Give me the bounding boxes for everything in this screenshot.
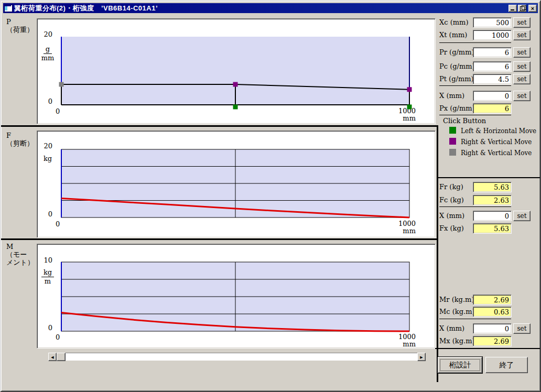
fx-x-set-button[interactable]: set <box>513 211 531 221</box>
pc-set-button[interactable]: set <box>513 61 531 72</box>
restore-button[interactable] <box>518 5 526 12</box>
divider <box>439 85 511 86</box>
tip-top-handle[interactable] <box>407 87 412 92</box>
xc-label: Xc (mm) <box>439 18 468 26</box>
legend-swatch-gray <box>449 149 456 156</box>
scrollbar-right-button[interactable]: ▶ <box>417 353 426 361</box>
m-chart-plot[interactable] <box>61 262 409 331</box>
app-icon <box>4 5 13 12</box>
divider <box>439 206 511 207</box>
f-unit-label: kg <box>41 155 55 162</box>
separator-fm <box>1 238 438 240</box>
legend-swatch-green <box>449 127 456 134</box>
pr-label: Pr (g/mm) <box>439 48 474 56</box>
legend-item-1: Left & Horizontal Move <box>461 127 536 135</box>
mc-output[interactable] <box>473 307 512 317</box>
legend-item-3: Right & Vertical Move <box>461 149 532 157</box>
m-xmin-label: 0 <box>56 333 63 341</box>
p-chart-plot[interactable] <box>61 37 409 105</box>
separator-legend-bottom <box>437 177 541 178</box>
px-x-set-button[interactable]: set <box>513 91 531 101</box>
minimize-icon <box>511 9 514 10</box>
f-ymax-label: 20 <box>41 142 52 150</box>
pt-set-button[interactable]: set <box>513 74 531 84</box>
m-xmax-label: 1000mm <box>391 333 416 348</box>
close-button[interactable]: × <box>528 5 537 12</box>
fx-x-label: X (mm) <box>439 212 464 220</box>
f-chart-plot[interactable] <box>61 149 409 217</box>
p-xmin-label: 0 <box>56 107 63 115</box>
f-ymin-label: 0 <box>43 210 52 218</box>
px-x-label: X (mm) <box>439 92 464 100</box>
root-handle[interactable] <box>59 82 64 87</box>
p-unit-label: gmm <box>40 45 56 62</box>
exit-button[interactable]: 終了 <box>485 357 528 373</box>
separator-pf <box>1 125 438 127</box>
divider <box>439 42 511 43</box>
mx-x-input[interactable] <box>473 323 512 334</box>
fc-output[interactable] <box>473 195 512 205</box>
divider <box>439 115 511 115</box>
title-bar: 翼桁荷重分布(2)・桁強度 ’VB6B14-C01A1’ × <box>3 3 538 13</box>
legend-swatch-purple <box>449 138 456 145</box>
px-x-input[interactable] <box>473 91 512 101</box>
fc-label: Fc (kg) <box>439 196 464 204</box>
pr-set-button[interactable]: set <box>513 47 531 58</box>
scrollbar-left-button[interactable]: ◀ <box>48 353 57 361</box>
pc-label: Pc (g/mm) <box>439 62 475 70</box>
pc-input[interactable] <box>473 61 512 72</box>
p-section-label: P（荷重） <box>6 18 34 34</box>
center-base-handle[interactable] <box>233 105 238 110</box>
f-section-label: F（剪断） <box>6 132 34 147</box>
px-label: Px (g/mm) <box>439 104 475 112</box>
separator-right-column <box>437 125 438 382</box>
mr-label: Mr (kg.m) <box>439 296 474 303</box>
fr-output[interactable] <box>473 182 512 192</box>
mr-output[interactable] <box>473 295 512 305</box>
app-window: 翼桁荷重分布(2)・桁強度 ’VB6B14-C01A1’ × P（荷重） F（剪… <box>0 0 541 392</box>
xc-input[interactable] <box>473 17 512 28</box>
m-ymax-label: 10 <box>41 256 52 264</box>
f-xmin-label: 0 <box>56 220 63 228</box>
f-xmax-label: 1000mm <box>391 220 416 235</box>
arrow-right-icon: ▶ <box>420 355 423 359</box>
pt-label: Pt (g/mm) <box>439 75 474 83</box>
tip-base-handle[interactable] <box>407 105 412 110</box>
legend-item-2: Right & Vertical Move <box>461 138 532 146</box>
mx-label: Mx (kg.m) <box>439 337 475 345</box>
px-output[interactable] <box>473 103 512 114</box>
fr-label: Fr (kg) <box>439 183 463 191</box>
m-ymin-label: 0 <box>43 324 52 332</box>
mx-x-set-button[interactable]: set <box>513 323 531 334</box>
p-xmax-label: 1000mm <box>391 107 416 122</box>
m-section-label: M（モーメント） <box>6 243 34 266</box>
xt-set-button[interactable]: set <box>513 30 531 40</box>
xt-label: Xt (mm) <box>439 31 467 39</box>
close-icon: × <box>529 5 536 12</box>
scrollbar-thumb[interactable] <box>57 353 66 361</box>
window-title: 翼桁荷重分布(2)・桁強度 ’VB6B14-C01A1’ <box>14 4 158 13</box>
minimize-button[interactable] <box>508 5 517 12</box>
scrollbar-track[interactable] <box>48 353 426 361</box>
xt-input[interactable] <box>473 30 512 40</box>
xc-set-button[interactable]: set <box>513 17 531 28</box>
mc-label: Mc (kg.m) <box>439 308 475 315</box>
pt-input[interactable] <box>473 74 512 84</box>
center-top-handle[interactable] <box>233 82 238 87</box>
spar-design-button[interactable]: 桁設計 <box>438 357 482 373</box>
restore-icon <box>520 6 525 11</box>
mx-output[interactable] <box>473 336 512 346</box>
p-ymax-label: 20 <box>41 30 52 38</box>
p-ymin-label: 0 <box>43 97 52 105</box>
pr-input[interactable] <box>473 47 512 58</box>
arrow-left-icon: ◀ <box>51 355 53 359</box>
separator-buttons-top <box>435 348 541 349</box>
fx-x-input[interactable] <box>473 211 512 221</box>
divider <box>439 319 511 319</box>
mx-x-label: X (mm) <box>439 324 464 332</box>
fx-output[interactable] <box>473 223 512 234</box>
legend-title: Click Button <box>443 117 486 125</box>
horizontal-scrollbar[interactable]: ◀ ▶ <box>48 353 426 361</box>
m-unit-label: kgm <box>40 268 56 285</box>
fx-label: Fx (kg) <box>439 224 464 232</box>
